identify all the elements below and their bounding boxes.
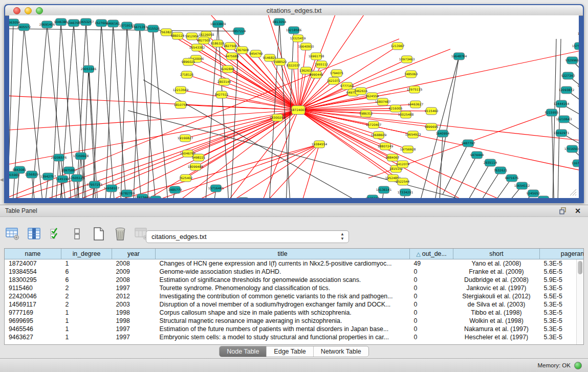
- graph-node[interactable]: 14136141: [376, 186, 392, 193]
- graph-edge[interactable]: [197, 48, 298, 110]
- graph-node[interactable]: 19756928: [400, 146, 416, 153]
- new-document-button[interactable]: [91, 226, 106, 242]
- graph-node[interactable]: 9115460: [425, 107, 439, 115]
- graph-edge[interactable]: [205, 24, 218, 198]
- graph-edge[interactable]: [140, 27, 157, 198]
- graph-node[interactable]: 19463627: [408, 101, 424, 108]
- graph-node[interactable]: 17359928: [73, 152, 89, 160]
- graph-node[interactable]: 9899695: [425, 123, 439, 130]
- graph-edge[interactable]: [298, 38, 298, 110]
- table-row[interactable]: 946554611997Estimation of the future num…: [5, 325, 584, 333]
- graph-edge[interactable]: [143, 80, 363, 198]
- table-row[interactable]: 911546021997Tourette syndrome. Phenomeno…: [5, 284, 584, 292]
- graph-node[interactable]: 9612004: [537, 196, 551, 198]
- graph-node[interactable]: 9827503: [197, 37, 211, 44]
- column-header-year[interactable]: year: [112, 249, 156, 259]
- graph-edge[interactable]: [153, 29, 169, 198]
- graph-edge[interactable]: [89, 69, 96, 198]
- graph-node[interactable]: 2935114: [484, 159, 497, 166]
- graph-node[interactable]: 9896021: [182, 58, 195, 65]
- graph-node[interactable]: 18724007: [291, 106, 307, 115]
- graph-node[interactable]: 19166827: [178, 135, 193, 142]
- graph-node[interactable]: 9884067: [386, 154, 400, 161]
- graph-node[interactable]: 17016504: [564, 145, 579, 152]
- graph-node[interactable]: 12213569: [173, 86, 189, 94]
- graph-edge[interactable]: [279, 22, 291, 198]
- graph-node[interactable]: 1588520: [273, 58, 287, 65]
- graph-edge[interactable]: [69, 170, 72, 198]
- graph-node[interactable]: 1640954: [436, 130, 450, 137]
- graph-node[interactable]: 9938377: [366, 195, 380, 198]
- graph-node[interactable]: 2803144: [217, 78, 231, 85]
- graph-node[interactable]: 8860124: [171, 32, 185, 39]
- graph-node[interactable]: 16033809: [210, 20, 226, 28]
- graph-node[interactable]: 1213967: [391, 42, 405, 50]
- graph-edge[interactable]: [113, 24, 127, 198]
- graph-node[interactable]: 2405572: [17, 24, 31, 31]
- column-header-name[interactable]: name: [5, 249, 61, 259]
- network-canvas[interactable]: 1663054240557220691406904638613467061065…: [9, 15, 579, 198]
- graph-node[interactable]: 16210643: [556, 116, 572, 123]
- graph-node[interactable]: 3475685: [225, 53, 239, 60]
- graph-node[interactable]: 7462616: [354, 87, 368, 95]
- table-row[interactable]: 946362711997Embryonic stem cells: a mode…: [5, 333, 584, 341]
- graph-node[interactable]: 20206576: [51, 154, 67, 161]
- column-chooser-button[interactable]: [27, 226, 42, 242]
- graph-edge[interactable]: [101, 23, 115, 198]
- graph-node[interactable]: 2367608: [235, 47, 249, 54]
- collapse-panel-arrow-icon[interactable]: ◀: [0, 177, 4, 182]
- graph-node[interactable]: 7986312: [359, 110, 373, 117]
- graph-node[interactable]: 16648784: [451, 53, 467, 60]
- table-vertical-scrollbar[interactable]: [576, 259, 583, 344]
- graph-node[interactable]: 1621072: [327, 77, 341, 84]
- graph-edge[interactable]: [188, 62, 298, 110]
- graph-node[interactable]: 6466162: [106, 20, 120, 27]
- column-header-pagerank[interactable]: pagerank: [540, 249, 584, 259]
- graph-node[interactable]: 10688609: [371, 132, 387, 139]
- graph-node[interactable]: 9474444: [470, 151, 484, 159]
- table-row[interactable]: 2242004622012Investigating the contribut…: [5, 292, 584, 300]
- graph-node[interactable]: 9046386: [54, 18, 68, 26]
- graph-node[interactable]: 15751074: [572, 42, 579, 50]
- graph-edge[interactable]: [76, 22, 86, 198]
- row-height-toggle-button[interactable]: [70, 226, 85, 242]
- tab-node-table[interactable]: Node Table: [220, 346, 267, 357]
- tab-edge-table[interactable]: Edge Table: [267, 346, 313, 357]
- table-row[interactable]: 1456911722003Disruption of a novel membe…: [5, 300, 584, 309]
- graph-node[interactable]: 18099485: [188, 163, 204, 170]
- graph-node[interactable]: 18807249: [378, 143, 394, 150]
- graph-edge[interactable]: [298, 56, 316, 110]
- graph-node[interactable]: 20975887: [61, 167, 77, 174]
- graph-node[interactable]: 6216005: [389, 105, 403, 112]
- graph-node[interactable]: 8471676: [505, 174, 519, 182]
- graph-edge[interactable]: [297, 144, 319, 198]
- graph-node[interactable]: 7632621: [494, 167, 508, 174]
- scrollbar-thumb[interactable]: [578, 261, 582, 274]
- graph-node[interactable]: 19218586: [286, 27, 302, 34]
- graph-node[interactable]: 7955112: [315, 61, 329, 68]
- table-row[interactable]: 977716911998Corpus callosum shape and si…: [5, 309, 584, 317]
- graph-node[interactable]: 16961758: [309, 53, 324, 60]
- graph-node[interactable]: 9277132: [578, 82, 579, 90]
- graph-node[interactable]: 7625402: [179, 174, 193, 182]
- memory-ok-indicator-icon[interactable]: [574, 362, 582, 369]
- graph-node[interactable]: 9329966: [565, 57, 579, 64]
- graph-node[interactable]: 12975115: [407, 86, 423, 93]
- graph-node[interactable]: 3624554: [365, 93, 379, 100]
- graph-node[interactable]: 3485779: [168, 186, 182, 193]
- graph-node[interactable]: 1810755: [174, 101, 188, 108]
- graph-node[interactable]: 16671355: [132, 24, 148, 31]
- graph-node[interactable]: 8186328: [211, 40, 225, 47]
- graph-node[interactable]: 5498221: [192, 154, 206, 161]
- graph-node[interactable]: 13325419: [290, 35, 306, 42]
- table-row[interactable]: 1872400712008Changes of HCN gene express…: [5, 259, 584, 268]
- table-row[interactable]: 1830029562008Estimation of significance …: [5, 276, 584, 284]
- tab-network-table[interactable]: Network Table: [314, 346, 368, 357]
- table-select-dropdown[interactable]: citations_edges.txt ▲▼: [146, 230, 349, 243]
- graph-node[interactable]: 9487797: [462, 140, 475, 147]
- graph-node[interactable]: 10025488: [398, 111, 414, 118]
- graph-node[interactable]: 16640910: [298, 43, 314, 50]
- graph-node[interactable]: 1412074: [396, 161, 410, 168]
- graph-node[interactable]: 1167531: [572, 160, 579, 167]
- graph-node[interactable]: 9777169: [340, 82, 354, 90]
